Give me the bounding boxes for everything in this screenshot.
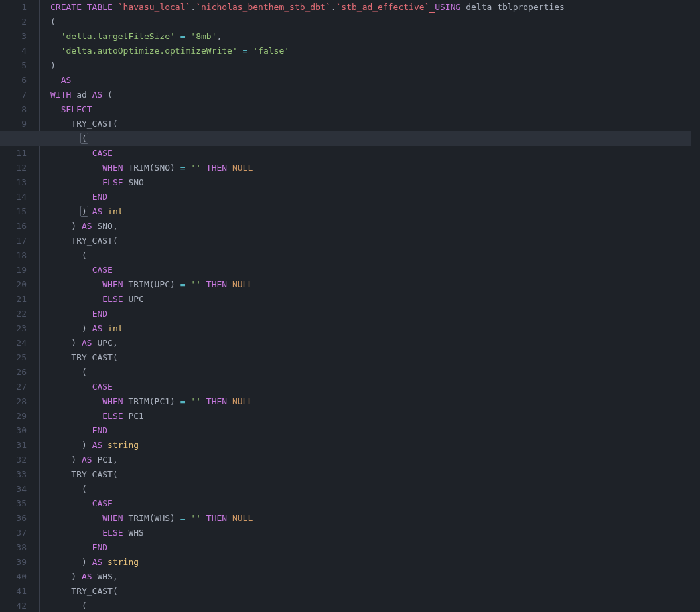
code-token: NULL bbox=[232, 396, 253, 406]
code-line[interactable]: TRY_CAST( bbox=[50, 117, 700, 131]
code-line[interactable]: CASE bbox=[50, 263, 700, 277]
code-line[interactable]: ELSE SNO bbox=[50, 175, 700, 190]
fold-column bbox=[37, 0, 49, 612]
line-number: 7 bbox=[0, 88, 27, 102]
code-token: '' bbox=[190, 163, 201, 173]
code-token: int bbox=[107, 323, 123, 333]
code-line[interactable]: CASE bbox=[50, 146, 700, 161]
line-number: 17 bbox=[0, 234, 27, 248]
code-token: AS bbox=[92, 206, 103, 216]
code-line[interactable]: ) AS int bbox=[50, 321, 700, 336]
code-token bbox=[50, 382, 92, 392]
code-token bbox=[50, 542, 92, 552]
code-line[interactable]: CREATE TABLE `havasu_local`.`nicholas_be… bbox=[50, 0, 700, 15]
code-token bbox=[102, 440, 107, 450]
code-token: NULL bbox=[232, 513, 253, 523]
code-line[interactable]: ) AS UPC, bbox=[50, 336, 700, 350]
line-number: 23 bbox=[0, 321, 27, 336]
line-number: 20 bbox=[0, 277, 27, 292]
code-token bbox=[102, 557, 107, 567]
code-token: `stb_ad_effective` bbox=[336, 2, 430, 12]
code-line[interactable]: ( bbox=[50, 599, 700, 612]
code-line[interactable]: 'delta.autoOptimize.optimizeWrite' = 'fa… bbox=[50, 44, 700, 58]
line-number: 21 bbox=[0, 292, 27, 307]
line-number: 1 bbox=[0, 0, 27, 15]
code-token: ) bbox=[50, 338, 82, 348]
code-line[interactable]: ( bbox=[50, 15, 700, 29]
code-line[interactable]: WHEN TRIM(WHS) = '' THEN NULL bbox=[50, 511, 700, 526]
code-line[interactable]: ) bbox=[50, 58, 700, 73]
code-token: SNO, bbox=[92, 221, 118, 231]
code-token: CASE bbox=[92, 498, 113, 508]
code-token: WHEN bbox=[102, 163, 123, 173]
code-line[interactable]: END bbox=[50, 423, 700, 438]
code-token: `havasu_local` bbox=[118, 2, 191, 12]
code-token: 'delta.targetFileSize' bbox=[61, 31, 175, 41]
code-token bbox=[175, 31, 180, 41]
code-token: ) bbox=[50, 455, 82, 465]
line-number: 12 bbox=[0, 161, 27, 175]
code-line[interactable]: ) AS SNO, bbox=[50, 219, 700, 234]
code-token bbox=[50, 31, 61, 41]
code-line[interactable]: END bbox=[50, 190, 700, 204]
code-token: ( bbox=[50, 250, 87, 260]
code-line[interactable]: ) AS WHS, bbox=[50, 570, 700, 584]
code-token: THEN bbox=[206, 163, 227, 173]
code-line[interactable]: ( bbox=[50, 248, 700, 263]
code-token: ) bbox=[50, 60, 56, 70]
code-line[interactable]: CASE bbox=[50, 497, 700, 511]
code-token bbox=[50, 279, 102, 289]
code-line[interactable]: ( bbox=[0, 131, 700, 146]
code-token bbox=[50, 294, 102, 304]
code-line[interactable]: WITH ad AS ( bbox=[50, 88, 700, 102]
code-line[interactable]: TRY_CAST( bbox=[50, 584, 700, 599]
code-line[interactable]: END bbox=[50, 307, 700, 321]
code-line[interactable]: ELSE PC1 bbox=[50, 409, 700, 423]
code-token: ( bbox=[50, 367, 87, 377]
line-number: 5 bbox=[0, 58, 27, 73]
line-number: 14 bbox=[0, 190, 27, 204]
code-editor[interactable]: 1234567891011121314151617181920212223242… bbox=[0, 0, 700, 612]
code-line[interactable]: ) AS string bbox=[50, 438, 700, 453]
code-line[interactable]: CASE bbox=[50, 380, 700, 394]
code-line[interactable]: ) AS PC1, bbox=[50, 453, 700, 467]
code-token: TRY_CAST( bbox=[50, 119, 118, 129]
code-line[interactable]: WHEN TRIM(PC1) = '' THEN NULL bbox=[50, 394, 700, 409]
code-line[interactable]: TRY_CAST( bbox=[50, 350, 700, 365]
code-token: ( bbox=[50, 484, 87, 494]
code-line[interactable]: SELECT bbox=[50, 102, 700, 117]
code-line[interactable]: WHEN TRIM(UPC) = '' THEN NULL bbox=[50, 277, 700, 292]
code-token bbox=[227, 279, 232, 289]
code-line[interactable]: ( bbox=[50, 365, 700, 380]
code-token bbox=[50, 177, 102, 187]
scrollbar-track[interactable] bbox=[691, 0, 700, 612]
code-token: TRY_CAST( bbox=[50, 469, 118, 479]
code-token bbox=[201, 163, 206, 173]
code-line[interactable]: TRY_CAST( bbox=[50, 467, 700, 482]
code-line[interactable]: 'delta.targetFileSize' = '8mb', bbox=[50, 29, 700, 44]
code-line[interactable]: WHEN TRIM(SNO) = '' THEN NULL bbox=[50, 161, 700, 175]
code-token: ad bbox=[71, 90, 92, 100]
code-token: string bbox=[107, 440, 139, 450]
code-line[interactable]: ELSE UPC bbox=[50, 292, 700, 307]
code-line[interactable]: ELSE WHS bbox=[50, 526, 700, 540]
line-number: 3 bbox=[0, 29, 27, 44]
code-token: AS bbox=[92, 440, 103, 450]
code-line[interactable]: ) AS string bbox=[50, 555, 700, 570]
code-line[interactable]: END bbox=[50, 540, 700, 555]
code-line[interactable]: ( bbox=[50, 482, 700, 497]
code-token: TRIM(UPC) bbox=[123, 279, 180, 289]
code-area[interactable]: CREATE TABLE `havasu_local`.`nicholas_be… bbox=[49, 0, 700, 612]
line-number: 11 bbox=[0, 146, 27, 161]
code-token: USING bbox=[435, 2, 460, 12]
line-number: 22 bbox=[0, 307, 27, 321]
code-line[interactable]: AS bbox=[50, 73, 700, 88]
code-token: THEN bbox=[206, 396, 227, 406]
code-line[interactable]: TRY_CAST( bbox=[50, 234, 700, 248]
code-token bbox=[50, 192, 92, 202]
code-token: TRY_CAST( bbox=[50, 586, 118, 596]
code-token bbox=[50, 498, 92, 508]
code-token: AS bbox=[92, 557, 103, 567]
code-line[interactable]: ) AS int bbox=[50, 204, 700, 219]
code-token: . bbox=[331, 2, 336, 12]
